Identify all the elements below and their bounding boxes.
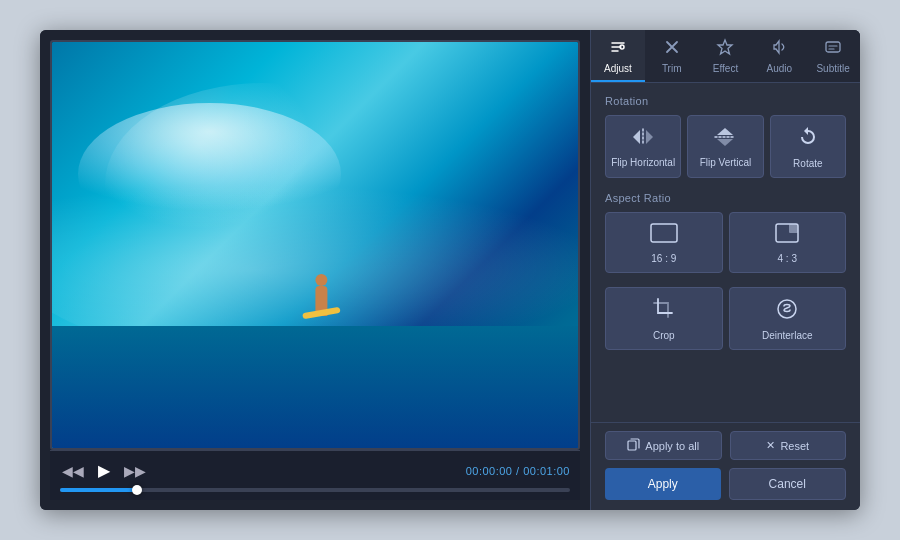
tab-effect[interactable]: Effect <box>699 30 753 82</box>
deinterlace-icon <box>776 298 798 325</box>
apply-to-all-button[interactable]: Apply to all <box>605 431 722 460</box>
tab-audio-label: Audio <box>767 63 793 74</box>
controls-bar: ◀◀ ▶ ▶▶ 00:00:00 / 00:01:00 <box>50 450 580 500</box>
crop-label: Crop <box>653 330 675 341</box>
play-button[interactable]: ▶ <box>96 459 112 482</box>
aspect-4-3-label: 4 : 3 <box>778 253 797 264</box>
flip-vertical-button[interactable]: Flip Vertical <box>687 115 763 178</box>
time-separator: / <box>513 465 524 477</box>
extra-buttons: Crop Deinterlace <box>605 287 846 350</box>
reset-button[interactable]: ✕ Reset <box>730 431 847 460</box>
flip-horizontal-icon <box>631 127 655 152</box>
rotate-label: Rotate <box>793 158 822 169</box>
transport-buttons: ◀◀ ▶ ▶▶ <box>60 459 148 482</box>
rotate-button[interactable]: Rotate <box>770 115 846 178</box>
tab-subtitle-label: Subtitle <box>816 63 849 74</box>
video-screen <box>50 40 580 450</box>
progress-bar[interactable] <box>60 488 570 492</box>
video-panel: ◀◀ ▶ ▶▶ 00:00:00 / 00:01:00 <box>40 30 590 510</box>
aspect-4-3-button[interactable]: 4 : 3 <box>729 212 847 273</box>
tab-trim-label: Trim <box>662 63 682 74</box>
tab-effect-label: Effect <box>713 63 738 74</box>
rotation-buttons: Flip Horizontal Flip Vertical <box>605 115 846 178</box>
tab-adjust[interactable]: Adjust <box>591 30 645 82</box>
surfer-head <box>315 274 327 286</box>
tab-audio[interactable]: Audio <box>752 30 806 82</box>
tab-trim[interactable]: Trim <box>645 30 699 82</box>
svg-rect-1 <box>826 42 840 52</box>
aspect-label: Aspect Ratio <box>605 192 846 204</box>
time-display: 00:00:00 / 00:01:00 <box>466 465 570 477</box>
copy-icon <box>627 438 640 453</box>
reset-x-icon: ✕ <box>766 439 775 452</box>
apply-to-all-label: Apply to all <box>645 440 699 452</box>
tabs-row: Adjust Trim Effect <box>591 30 860 83</box>
audio-icon <box>770 38 788 60</box>
controls-top: ◀◀ ▶ ▶▶ 00:00:00 / 00:01:00 <box>60 459 570 482</box>
adjust-icon <box>609 38 627 60</box>
wave-2 <box>105 83 421 286</box>
edit-panel: Adjust Trim Effect <box>590 30 860 510</box>
flip-vertical-icon <box>713 127 737 152</box>
svg-rect-6 <box>789 224 798 233</box>
reset-label: Reset <box>780 440 809 452</box>
time-total: 00:01:00 <box>523 465 570 477</box>
cancel-button[interactable]: Cancel <box>729 468 847 500</box>
svg-rect-4 <box>651 224 677 242</box>
flip-horizontal-label: Flip Horizontal <box>611 157 675 168</box>
deinterlace-button[interactable]: Deinterlace <box>729 287 847 350</box>
surfer-body <box>315 286 327 316</box>
aspect-16-9-button[interactable]: 16 : 9 <box>605 212 723 273</box>
tab-subtitle[interactable]: Subtitle <box>806 30 860 82</box>
apply-all-row: Apply to all ✕ Reset <box>605 431 846 460</box>
svg-point-0 <box>620 45 624 49</box>
aspect-4-3-icon <box>775 223 799 248</box>
tab-adjust-label: Adjust <box>604 63 632 74</box>
surfer-figure <box>305 274 337 334</box>
time-current: 00:00:00 <box>466 465 513 477</box>
flip-vertical-label: Flip Vertical <box>700 157 752 168</box>
rotate-icon <box>797 126 819 153</box>
bottom-actions: Apply to all ✕ Reset Apply Cancel <box>591 422 860 510</box>
effect-icon <box>716 38 734 60</box>
aspect-16-9-icon <box>650 223 678 248</box>
rewind-button[interactable]: ◀◀ <box>60 461 86 481</box>
crop-button[interactable]: Crop <box>605 287 723 350</box>
aspect-buttons: 16 : 9 4 : 3 <box>605 212 846 273</box>
edit-content: Rotation Flip Horizontal <box>591 83 860 422</box>
ocean-bottom <box>52 326 578 448</box>
trim-icon <box>663 38 681 60</box>
video-content <box>52 42 578 448</box>
progress-thumb[interactable] <box>132 485 142 495</box>
surfer-board <box>302 307 340 320</box>
flip-horizontal-button[interactable]: Flip Horizontal <box>605 115 681 178</box>
subtitle-icon <box>824 38 842 60</box>
fast-forward-button[interactable]: ▶▶ <box>122 461 148 481</box>
apply-button[interactable]: Apply <box>605 468 721 500</box>
progress-fill <box>60 488 137 492</box>
deinterlace-label: Deinterlace <box>762 330 813 341</box>
aspect-16-9-label: 16 : 9 <box>651 253 676 264</box>
svg-point-7 <box>778 300 796 318</box>
rotation-label: Rotation <box>605 95 846 107</box>
main-container: ◀◀ ▶ ▶▶ 00:00:00 / 00:01:00 <box>40 30 860 510</box>
svg-rect-8 <box>628 441 636 450</box>
crop-icon <box>653 298 675 325</box>
final-row: Apply Cancel <box>605 468 846 500</box>
